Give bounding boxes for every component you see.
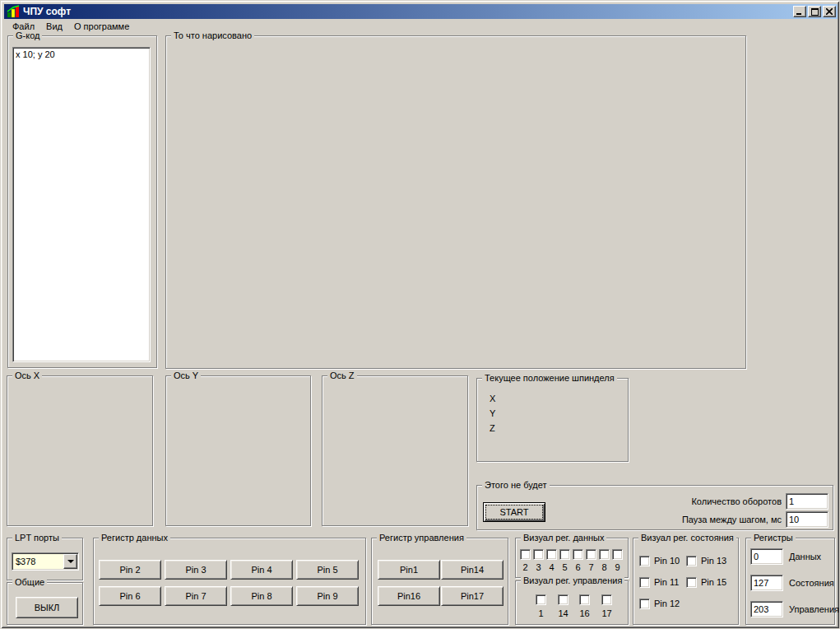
visual-data-group-label: Визуал рег. данных (521, 533, 606, 543)
gcode-textarea[interactable]: x 10; y 20 (12, 47, 151, 362)
visual-control-pin-14-checkbox[interactable] (558, 594, 569, 605)
menu-view[interactable]: Вид (41, 20, 67, 33)
data-register-group: Регистр данных Pin 2 Pin 3 Pin 4 Pin 5 P… (93, 538, 366, 625)
app-icon (7, 5, 20, 18)
axis-y-group-label: Ось Y (171, 370, 201, 381)
maximize-button[interactable] (808, 6, 821, 17)
visual-status-group: Визуал рег. состояния Pin 10 Pin 13 Pin … (633, 538, 739, 625)
pin-8-button-label: Pin 8 (251, 591, 271, 601)
visual-control-pin-17-label: 17 (598, 608, 615, 619)
pin-14-button[interactable]: Pin14 (441, 560, 504, 580)
registers-group: Регистры Данных Состояния Управления (745, 538, 835, 625)
visual-data-group: Визуал рег. данных 2 3 4 5 6 7 8 9 (515, 538, 629, 578)
lpt-port-dropdown-button[interactable] (63, 554, 77, 569)
register-status-input[interactable] (750, 575, 783, 591)
pin-3-button[interactable]: Pin 3 (165, 560, 227, 580)
pin-15-checkbox[interactable] (686, 577, 697, 588)
minimize-icon (796, 8, 803, 15)
lpt-ports-group: LPT порты $378 (7, 538, 83, 580)
spindle-x-label: X (490, 394, 495, 404)
start-button-focus-rect (486, 506, 542, 519)
spindle-position-group: Текущее положение шпинделя X Y Z (476, 378, 629, 462)
visual-status-group-label: Визуал рег. состояния (638, 533, 736, 543)
pin-9-button[interactable]: Pin 9 (296, 586, 359, 606)
menu-bar: Файл Вид О программе (4, 19, 838, 34)
pin-17-button[interactable]: Pin17 (441, 586, 504, 606)
pin-8-button[interactable]: Pin 8 (230, 586, 293, 606)
visual-data-pin-5-label: 5 (559, 562, 570, 573)
visual-control-group-label: Визуал рег. управления (521, 575, 624, 586)
pin-13-checkbox-label[interactable]: Pin 13 (701, 556, 726, 566)
visual-control-pin-1-checkbox[interactable] (536, 594, 546, 605)
start-button[interactable]: START (483, 502, 545, 522)
control-register-group-label: Регистр управления (377, 533, 466, 543)
data-register-group-label: Регистр данных (99, 533, 170, 543)
visual-data-pin-9-label: 9 (612, 562, 623, 573)
pause-input[interactable] (786, 511, 828, 528)
pin-5-button-label: Pin 5 (317, 565, 337, 575)
visual-data-pin-6-checkbox[interactable] (573, 549, 583, 560)
pin-10-checkbox[interactable] (639, 556, 650, 566)
visual-data-pin-5-checkbox[interactable] (559, 549, 570, 560)
axis-z-group: Ось Z (322, 375, 468, 526)
axis-x-group-label: Ось X (12, 370, 42, 381)
lpt-port-combobox[interactable]: $378 (12, 552, 79, 571)
pin-11-checkbox[interactable] (639, 577, 650, 588)
window-title: ЧПУ софт (23, 6, 793, 17)
control-register-group: Регистр управления Pin1 Pin14 Pin16 Pin1… (371, 538, 508, 625)
visual-control-pin-16-label: 16 (576, 608, 593, 619)
visual-control-pin-1-label: 1 (532, 608, 550, 619)
pin-17-button-label: Pin17 (461, 591, 484, 601)
pin-6-button[interactable]: Pin 6 (99, 586, 161, 606)
pin-10-checkbox-label[interactable]: Pin 10 (654, 556, 680, 566)
close-button[interactable] (823, 6, 836, 17)
pin-1-button[interactable]: Pin1 (378, 560, 440, 580)
visual-data-pin-3-checkbox[interactable] (533, 549, 544, 560)
close-icon (826, 8, 833, 15)
gcode-group-label: G-код (13, 30, 42, 41)
visual-data-pin-7-checkbox[interactable] (586, 549, 596, 560)
pin-16-button-label: Pin16 (397, 591, 420, 601)
off-button[interactable]: ВЫКЛ (16, 597, 78, 618)
chevron-down-icon (67, 560, 74, 563)
app-window: ЧПУ софт Файл Вид О программе G-код x 10… (0, 0, 840, 629)
lpt-port-value: $378 (12, 557, 63, 566)
drawing-group: То что нарисовано (165, 35, 746, 369)
pin-5-button[interactable]: Pin 5 (296, 560, 359, 580)
pin-15-checkbox-label[interactable]: Pin 15 (701, 577, 726, 588)
minimize-button[interactable] (793, 6, 806, 17)
drawing-group-label: То что нарисовано (171, 30, 254, 41)
pin-4-button[interactable]: Pin 4 (230, 560, 293, 580)
register-control-label: Управления (789, 604, 839, 615)
register-data-label: Данных (789, 552, 821, 562)
visual-control-pin-16-checkbox[interactable] (579, 594, 590, 605)
start-group: Этого не будет START Количество оборотов… (476, 485, 833, 530)
visual-data-pin-9-checkbox[interactable] (612, 549, 623, 560)
start-group-label: Этого не будет (482, 480, 550, 491)
visual-data-pin-8-checkbox[interactable] (599, 549, 610, 560)
lpt-ports-group-label: LPT порты (12, 533, 62, 543)
pin-16-button[interactable]: Pin16 (378, 586, 440, 606)
pin-11-checkbox-label[interactable]: Pin 11 (654, 577, 679, 588)
pin-13-checkbox[interactable] (686, 556, 697, 566)
visual-data-pin-3-label: 3 (533, 562, 544, 573)
visual-data-pin-7-label: 7 (586, 562, 596, 573)
register-data-input[interactable] (750, 548, 783, 565)
register-status-label: Состояния (789, 578, 834, 589)
pin-2-button[interactable]: Pin 2 (99, 560, 161, 580)
visual-control-pin-17-checkbox[interactable] (601, 594, 612, 605)
pin-6-button-label: Pin 6 (119, 591, 140, 601)
menu-about[interactable]: О программе (69, 20, 134, 33)
visual-data-pin-4-checkbox[interactable] (546, 549, 557, 560)
pin-7-button[interactable]: Pin 7 (165, 586, 227, 606)
maximize-icon (811, 8, 819, 16)
register-control-input[interactable] (750, 601, 783, 617)
axis-x-group: Ось X (7, 375, 153, 526)
axis-z-group-label: Ось Z (327, 370, 357, 381)
visual-data-pin-4-label: 4 (546, 562, 557, 573)
pin-12-checkbox-label[interactable]: Pin 12 (654, 599, 680, 609)
revolutions-input[interactable] (786, 493, 828, 510)
pin-14-button-label: Pin14 (461, 565, 484, 575)
pin-12-checkbox[interactable] (639, 599, 650, 609)
visual-data-pin-2-checkbox[interactable] (520, 549, 531, 560)
